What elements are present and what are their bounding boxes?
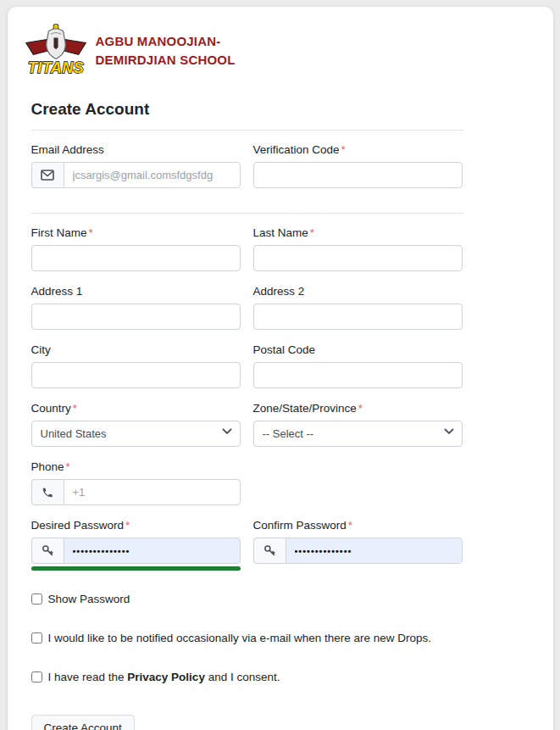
email-label: Email Address — [31, 143, 241, 156]
required-asterisk: * — [125, 519, 130, 532]
phone-field[interactable] — [64, 479, 241, 505]
required-asterisk: * — [341, 143, 346, 156]
notify-checkbox[interactable] — [31, 632, 42, 644]
desired-password-label: Desired Password* — [31, 519, 241, 532]
privacy-label: I have read the Privacy Policy and I con… — [48, 671, 280, 685]
title-divider — [31, 130, 463, 131]
email-field[interactable] — [64, 162, 241, 188]
show-password-label: Show Password — [48, 593, 130, 607]
confirm-password-field[interactable] — [286, 538, 463, 564]
create-account-form: Email Address Verification Code* First N… — [31, 130, 463, 730]
key-icon — [253, 538, 286, 564]
first-name-label: First Name* — [31, 226, 241, 239]
show-password-row: Show Password — [31, 593, 463, 607]
postal-code-label: Postal Code — [253, 343, 463, 356]
show-password-checkbox[interactable] — [31, 593, 42, 605]
create-account-button[interactable]: Create Account — [31, 715, 135, 730]
last-name-field[interactable] — [253, 245, 463, 271]
section-divider — [31, 213, 463, 214]
city-label: City — [31, 343, 241, 356]
envelope-icon — [31, 162, 64, 188]
required-asterisk: * — [348, 519, 352, 532]
first-name-field[interactable] — [31, 245, 241, 271]
zone-label: Zone/State/Province* — [253, 402, 463, 415]
privacy-row: I have read the Privacy Policy and I con… — [31, 671, 463, 685]
phone-icon — [31, 479, 64, 505]
svg-text:TITANS: TITANS — [27, 59, 83, 76]
address1-field[interactable] — [31, 304, 241, 330]
create-account-card: TITANS AGBU MANOOJIAN- DEMIRDJIAN SCHOOL… — [8, 7, 553, 730]
last-name-label: Last Name* — [253, 226, 463, 239]
key-icon — [31, 538, 64, 564]
country-label: Country* — [31, 402, 241, 415]
required-asterisk: * — [310, 226, 314, 239]
titans-school-logo: TITANS — [25, 24, 87, 78]
required-asterisk: * — [66, 460, 70, 473]
verification-code-label: Verification Code* — [253, 143, 463, 156]
country-select[interactable]: United States — [31, 421, 241, 447]
postal-code-field[interactable] — [253, 362, 463, 388]
password-strength-bar — [31, 566, 241, 571]
desired-password-field[interactable] — [64, 538, 241, 564]
required-asterisk: * — [89, 226, 93, 239]
address1-label: Address 1 — [31, 285, 241, 298]
page-title: Create Account — [31, 100, 536, 119]
school-name-line1: AGBU MANOOJIAN- — [96, 32, 236, 51]
address2-label: Address 2 — [253, 285, 463, 298]
address2-field[interactable] — [253, 304, 463, 330]
school-name-line2: DEMIRDJIAN SCHOOL — [96, 51, 236, 70]
verification-code-field[interactable] — [253, 162, 463, 188]
required-asterisk: * — [73, 402, 77, 415]
notify-row: I would like to be notified occasionally… — [31, 632, 463, 646]
confirm-password-label: Confirm Password* — [253, 519, 463, 532]
school-brand-header: TITANS AGBU MANOOJIAN- DEMIRDJIAN SCHOOL — [25, 24, 536, 78]
city-field[interactable] — [31, 362, 241, 388]
phone-label: Phone* — [31, 460, 241, 473]
school-name: AGBU MANOOJIAN- DEMIRDJIAN SCHOOL — [96, 32, 236, 70]
privacy-policy-link[interactable]: Privacy Policy — [127, 671, 205, 683]
zone-select[interactable]: -- Select -- — [253, 421, 463, 447]
notify-label: I would like to be notified occasionally… — [48, 632, 431, 646]
privacy-checkbox[interactable] — [31, 671, 42, 683]
required-asterisk: * — [358, 402, 363, 415]
